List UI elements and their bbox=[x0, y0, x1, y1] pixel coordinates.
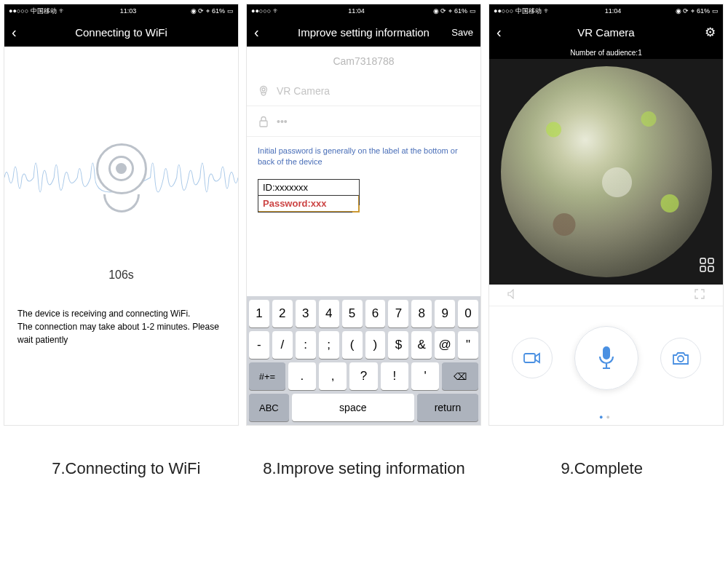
caption-3: 9.Complete bbox=[489, 458, 715, 480]
kb-key[interactable]: 6 bbox=[365, 300, 386, 327]
kb-key[interactable]: 3 bbox=[296, 300, 316, 327]
kb-key[interactable]: @ bbox=[435, 331, 455, 359]
svg-rect-5 bbox=[700, 266, 705, 271]
kb-key[interactable]: ' bbox=[411, 362, 439, 390]
nav-bar: ‹ Improve setting information Save bbox=[247, 17, 480, 47]
svg-rect-7 bbox=[524, 354, 535, 362]
svg-rect-3 bbox=[700, 258, 705, 263]
fisheye-view bbox=[501, 66, 712, 277]
caption-1: 7.Connecting to WiFi bbox=[13, 458, 239, 480]
status-bar: ●●○○○中国移动ᯤ 11:04 ◉ ⟳ ⌖61%▭ bbox=[489, 4, 723, 17]
page-title: Connecting to WiFi bbox=[75, 26, 167, 39]
kb-key[interactable]: ( bbox=[342, 331, 363, 359]
camera-small-icon bbox=[258, 85, 269, 97]
svg-point-9 bbox=[678, 356, 684, 362]
kb-abc[interactable]: ABC bbox=[249, 394, 289, 421]
kb-row-1: 1 2 3 4 5 6 7 8 9 0 bbox=[249, 300, 478, 327]
nav-bar: ‹ Connecting to WiFi bbox=[4, 17, 238, 47]
kb-key[interactable]: ? bbox=[349, 362, 377, 390]
svg-point-0 bbox=[261, 86, 267, 92]
video-feed[interactable] bbox=[489, 59, 723, 285]
kb-key[interactable]: " bbox=[458, 331, 478, 359]
nav-bar: ‹ VR Camera ⚙ bbox=[489, 17, 723, 47]
gear-icon[interactable]: ⚙ bbox=[705, 25, 716, 40]
expand-icon[interactable] bbox=[695, 289, 705, 301]
kb-key[interactable]: . bbox=[288, 362, 316, 390]
kb-key[interactable]: 4 bbox=[319, 300, 339, 327]
page-title: VR Camera bbox=[577, 26, 634, 39]
status-bar: ●●○○○中国移动ᯤ 11:03 ◉ ⟳ ⌖61%▭ bbox=[4, 4, 238, 17]
kb-key[interactable]: 8 bbox=[411, 300, 432, 327]
sound-bar bbox=[489, 285, 723, 306]
kb-key[interactable]: : bbox=[296, 331, 316, 359]
save-button[interactable]: Save bbox=[451, 27, 473, 38]
svg-rect-8 bbox=[603, 346, 610, 360]
svg-rect-6 bbox=[708, 266, 713, 271]
kb-return[interactable]: return bbox=[417, 394, 478, 421]
back-icon[interactable]: ‹ bbox=[496, 24, 502, 41]
name-field[interactable]: VR Camera bbox=[247, 76, 480, 106]
page-dots: ●● bbox=[489, 409, 723, 425]
password-field[interactable]: ••• bbox=[247, 106, 480, 137]
kb-row-4: ABC space return bbox=[249, 394, 478, 421]
kb-key[interactable]: , bbox=[319, 362, 347, 390]
countdown-timer: 106s bbox=[4, 269, 238, 282]
kb-key[interactable]: - bbox=[249, 331, 269, 359]
snapshot-button[interactable] bbox=[660, 338, 701, 378]
password-hint: Initial password is generally on the lab… bbox=[247, 137, 480, 175]
kb-key[interactable]: & bbox=[411, 331, 432, 359]
back-icon[interactable]: ‹ bbox=[254, 24, 259, 41]
kb-key[interactable]: ) bbox=[365, 331, 386, 359]
kb-shift[interactable]: #+= bbox=[249, 362, 285, 390]
speaker-icon[interactable] bbox=[507, 289, 519, 301]
svg-point-1 bbox=[262, 88, 265, 91]
caption-2: 8.Improve seting information bbox=[251, 458, 477, 480]
page-title: Improve setting information bbox=[298, 26, 430, 39]
kb-key[interactable]: / bbox=[272, 331, 293, 359]
audience-count: Number of audience:1 bbox=[489, 47, 723, 59]
camera-id: Cam7318788 bbox=[247, 47, 480, 76]
mic-button[interactable] bbox=[574, 326, 638, 390]
screen-improve-settings: ●●○○○ᯤ 11:04 ◉ ⟳ ⌖61%▭ ‹ Improve setting… bbox=[246, 4, 481, 426]
keyboard: 1 2 3 4 5 6 7 8 9 0 - / : ; ( ) $ & @ bbox=[247, 296, 480, 425]
wave-animation bbox=[4, 98, 238, 258]
kb-key[interactable]: 1 bbox=[249, 300, 269, 327]
svg-rect-4 bbox=[708, 258, 713, 263]
kb-space[interactable]: space bbox=[292, 394, 414, 421]
status-bar: ●●○○○ᯤ 11:04 ◉ ⟳ ⌖61%▭ bbox=[247, 4, 480, 17]
kb-key[interactable]: 7 bbox=[388, 300, 408, 327]
grid-icon[interactable] bbox=[700, 258, 714, 276]
screen-connecting: ●●○○○中国移动ᯤ 11:03 ◉ ⟳ ⌖61%▭ ‹ Connecting … bbox=[4, 4, 239, 426]
device-label-example: ID:xxxxxxx Password:xxx bbox=[258, 179, 360, 213]
record-button[interactable] bbox=[512, 338, 553, 378]
kb-delete[interactable]: ⌫ bbox=[442, 362, 478, 390]
kb-key[interactable]: 2 bbox=[272, 300, 293, 327]
kb-key[interactable]: ; bbox=[319, 331, 339, 359]
lock-icon bbox=[258, 116, 269, 127]
help-text: The device is receiving and connecting W… bbox=[4, 307, 238, 346]
camera-icon bbox=[92, 143, 151, 213]
svg-rect-2 bbox=[260, 121, 267, 127]
kb-key[interactable]: 5 bbox=[342, 300, 363, 327]
back-icon[interactable]: ‹ bbox=[12, 24, 17, 41]
kb-row-2: - / : ; ( ) $ & @ " bbox=[249, 331, 478, 359]
kb-row-3: #+= . , ? ! ' ⌫ bbox=[249, 362, 478, 390]
control-bar bbox=[489, 306, 723, 409]
kb-key[interactable]: 0 bbox=[458, 300, 478, 327]
kb-key[interactable]: ! bbox=[381, 362, 408, 390]
kb-key[interactable]: 9 bbox=[435, 300, 455, 327]
kb-key[interactable]: $ bbox=[388, 331, 408, 359]
screen-vr-camera: ●●○○○中国移动ᯤ 11:04 ◉ ⟳ ⌖61%▭ ‹ VR Camera ⚙… bbox=[488, 4, 724, 426]
